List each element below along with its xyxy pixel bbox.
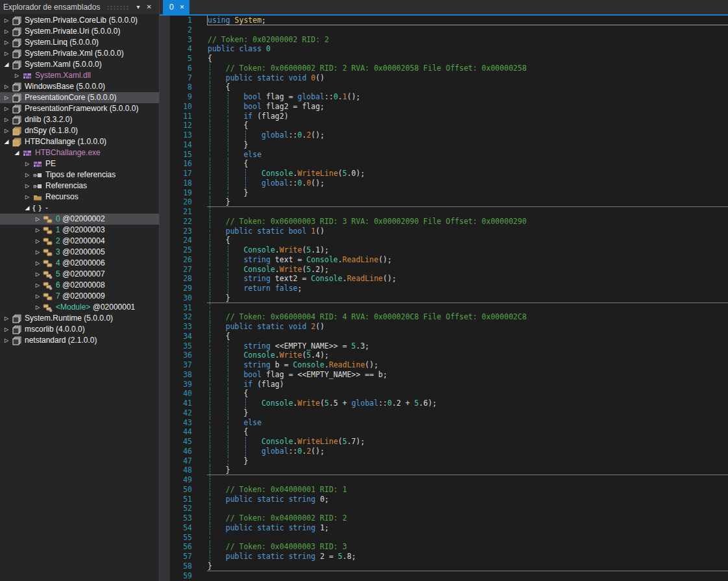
tree-item[interactable]: ◢HTBChallange (1.0.0.0)	[0, 136, 159, 147]
code-line[interactable]: 30 }	[160, 293, 728, 303]
tree-item[interactable]: ▷PresentationFramework (5.0.0.0)	[0, 103, 159, 114]
expand-arrow-icon[interactable]: ▷	[33, 269, 42, 280]
expand-arrow-icon[interactable]: ▷	[2, 15, 11, 26]
tree-item[interactable]: ▷mscorlib (4.0.0.0)	[0, 324, 159, 335]
code-line[interactable]: 52	[160, 504, 728, 513]
tree-item[interactable]: ▷6 @02000008	[0, 280, 159, 291]
expand-arrow-icon[interactable]: ▷	[23, 192, 32, 203]
tree-item[interactable]: ▷Tipos de referencias	[0, 169, 159, 180]
expand-arrow-icon[interactable]: ▷	[33, 225, 42, 236]
code-line[interactable]: 22 // Token: 0x06000003 RID: 3 RVA: 0x00…	[160, 217, 728, 227]
code-line[interactable]: 2	[160, 25, 728, 35]
panel-close-icon[interactable]: ✕	[143, 3, 155, 10]
expand-arrow-icon[interactable]: ▷	[23, 169, 32, 180]
code-line[interactable]: 37 string b = Console.ReadLine();	[160, 360, 728, 370]
tree-item[interactable]: ▷PresentationCore (5.0.0.0)	[0, 92, 159, 103]
collapse-arrow-icon[interactable]: ◢	[2, 136, 11, 147]
code-line[interactable]: 15 else	[160, 150, 728, 160]
code-line[interactable]: 36 Console.Write(5.4);	[160, 351, 728, 360]
tree-item[interactable]: ▷4 @02000006	[0, 258, 159, 269]
code-line[interactable]: 14 }	[160, 140, 728, 150]
code-line[interactable]: 26 string text = Console.ReadLine();	[160, 255, 728, 265]
expand-arrow-icon[interactable]: ▷	[2, 103, 11, 114]
code-line[interactable]: 18 global::0.0();	[160, 179, 728, 188]
code-line[interactable]: 3// Token: 0x02000002 RID: 2	[160, 35, 728, 45]
expand-arrow-icon[interactable]: ▷	[33, 214, 42, 225]
code-line[interactable]: 5{	[160, 54, 728, 64]
code-line[interactable]: 24 {	[160, 236, 728, 245]
code-line[interactable]: 34 {	[160, 332, 728, 341]
code-line[interactable]: 11 if (flag2)	[160, 112, 728, 121]
expand-arrow-icon[interactable]: ▷	[2, 48, 11, 59]
code-line[interactable]: 58}	[160, 562, 728, 571]
code-line[interactable]: 53 // Token: 0x04000002 RID: 2	[160, 513, 728, 523]
expand-arrow-icon[interactable]: ▷	[2, 81, 11, 92]
code-line[interactable]: 29 return false;	[160, 284, 728, 293]
code-line[interactable]: 1using System;	[160, 16, 728, 25]
tree-item[interactable]: ▷3 @02000005	[0, 247, 159, 258]
code-line[interactable]: 56 // Token: 0x04000003 RID: 3	[160, 542, 728, 552]
code-line[interactable]: 27 Console.Write(5.2);	[160, 265, 728, 275]
tree-item[interactable]: ▷System.Private.CoreLib (5.0.0.0)	[0, 15, 159, 26]
code-line[interactable]: 21	[160, 207, 728, 217]
code-line[interactable]: 4public class 0	[160, 44, 728, 54]
code-line[interactable]: 16 {	[160, 159, 728, 169]
collapse-arrow-icon[interactable]: ◢	[2, 59, 11, 70]
expand-arrow-icon[interactable]: ▷	[23, 180, 32, 192]
code-line[interactable]: 32 // Token: 0x06000004 RID: 4 RVA: 0x00…	[160, 312, 728, 322]
code-line[interactable]: 7 public static void 0()	[160, 73, 728, 83]
expand-arrow-icon[interactable]: ▷	[2, 324, 11, 335]
code-line[interactable]: 40 {	[160, 389, 728, 399]
tree-item[interactable]: ◢HTBChallange.exe	[0, 147, 159, 158]
tree-item[interactable]: ◢System.Xaml (5.0.0.0)	[0, 59, 159, 70]
code-line[interactable]: 25 Console.Write(5.1);	[160, 245, 728, 255]
collapse-arrow-icon[interactable]: ◢	[12, 147, 21, 158]
code-line[interactable]: 35 string <<EMPTY_NAME>> = 5.3;	[160, 341, 728, 351]
code-line[interactable]: 54 public static string 1;	[160, 523, 728, 533]
expand-arrow-icon[interactable]: ▷	[33, 258, 42, 269]
tree-item[interactable]: ▷2 @02000004	[0, 236, 159, 247]
code-line[interactable]: 17 Console.WriteLine(5.0);	[160, 169, 728, 179]
collapse-arrow-icon[interactable]: ◢	[23, 203, 32, 214]
code-line[interactable]: 48 }	[160, 465, 728, 475]
expand-arrow-icon[interactable]: ▷	[33, 280, 42, 291]
code-line[interactable]: 44 {	[160, 427, 728, 437]
code-line[interactable]: 43 else	[160, 418, 728, 428]
code-line[interactable]: 33 public static void 2()	[160, 322, 728, 332]
code-line[interactable]: 12 {	[160, 121, 728, 130]
expand-arrow-icon[interactable]: ▷	[33, 247, 42, 258]
panel-dropdown-icon[interactable]: ▾	[134, 3, 143, 10]
tree-item[interactable]: ▷1 @02000003	[0, 225, 159, 236]
tree-item[interactable]: ▷netstandard (2.1.0.0)	[0, 335, 159, 346]
code-line[interactable]: 49	[160, 475, 728, 485]
tree-item[interactable]: ▷System.Linq (5.0.0.0)	[0, 37, 159, 48]
code-line[interactable]: 19 }	[160, 188, 728, 198]
code-line[interactable]: 31	[160, 303, 728, 313]
expand-arrow-icon[interactable]: ▷	[2, 313, 11, 324]
expand-arrow-icon[interactable]: ▷	[33, 302, 42, 313]
code-line[interactable]: 13 global::0.2();	[160, 130, 728, 140]
tree-item[interactable]: ▷dnSpy (6.1.8.0)	[0, 125, 159, 136]
assembly-explorer-titlebar[interactable]: Explorador de ensamblados ▾ ✕	[0, 0, 159, 14]
tree-item[interactable]: ◢{ }-	[0, 203, 159, 214]
code-line[interactable]: 38 bool flag = <<EMPTY_NAME>> == b;	[160, 370, 728, 380]
tree-item[interactable]: ▷System.Xaml.dll	[0, 70, 159, 81]
expand-arrow-icon[interactable]: ▷	[33, 291, 42, 302]
tree-item[interactable]: ▷<Module> @02000001	[0, 302, 159, 313]
code-line[interactable]: 8 {	[160, 82, 728, 92]
expand-arrow-icon[interactable]: ▷	[2, 335, 11, 346]
expand-arrow-icon[interactable]: ▷	[2, 37, 11, 48]
tab-close-icon[interactable]: ✕	[180, 4, 185, 10]
code-line[interactable]: 23 public static bool 1()	[160, 227, 728, 236]
code-line[interactable]: 59	[160, 571, 728, 581]
code-line[interactable]: 28 string text2 = Console.ReadLine();	[160, 274, 728, 284]
code-line[interactable]: 6 // Token: 0x06000002 RID: 2 RVA: 0x000…	[160, 64, 728, 73]
code-line[interactable]: 10 bool flag2 = flag;	[160, 102, 728, 112]
code-line[interactable]: 20 }	[160, 197, 728, 207]
code-area[interactable]: 1using System;23// Token: 0x02000002 RID…	[160, 16, 728, 581]
expand-arrow-icon[interactable]: ▷	[2, 125, 11, 136]
tree-item[interactable]: ▷PE	[0, 158, 159, 169]
code-line[interactable]: 9 bool flag = global::0.1();	[160, 92, 728, 102]
code-line[interactable]: 41 Console.Write(5.5 + global::0.2 + 5.6…	[160, 399, 728, 408]
tree-item[interactable]: ▷System.Private.Uri (5.0.0.0)	[0, 26, 159, 37]
